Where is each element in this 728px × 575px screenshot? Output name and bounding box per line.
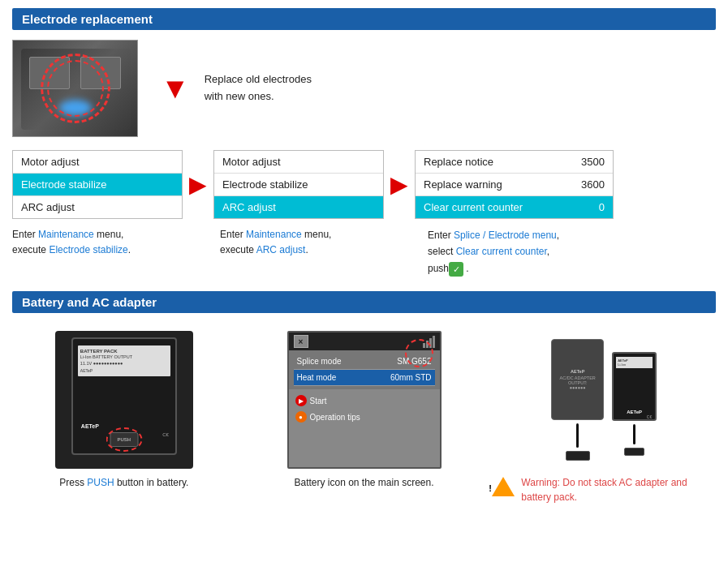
start-label: Start	[310, 397, 327, 406]
operation-label: Operation tips	[310, 413, 360, 422]
step1-menu: Motor adjust Electrode stabilize ARC adj…	[12, 150, 183, 219]
splice-mode-label: Splice mode	[297, 357, 342, 366]
step1-menu-item-3[interactable]: ARC adjust	[13, 196, 182, 218]
electrode-image	[12, 40, 138, 137]
step2-menu: Motor adjust Electrode stabilize ARC adj…	[213, 150, 384, 219]
replace-text: Replace old electrodes with new ones.	[205, 71, 312, 105]
arrow-down-icon: ▼	[161, 71, 190, 105]
step2-menu-item-3[interactable]: ARC adjust	[214, 196, 383, 218]
warning-triangle-icon	[492, 477, 515, 496]
checkmark-icon: ✓	[449, 262, 463, 277]
clear-counter-label: Clear current counter	[424, 201, 523, 213]
step-captions: Enter Maintenance menu,execute Electrode…	[12, 227, 716, 277]
battery-icon-circle	[405, 339, 433, 367]
step1-menu-item-2[interactable]: Electrode stabilize	[13, 174, 182, 196]
replace-warning-value: 3600	[581, 178, 605, 191]
step3-menu: Replace notice 3500 Replace warning 3600…	[415, 150, 614, 219]
start-btn-icon: ▶	[295, 395, 307, 406]
screen-caption: Battery icon on the main screen.	[294, 475, 433, 490]
screen-wrapper: ×	[287, 331, 442, 469]
operation-btn-icon: ●	[295, 411, 307, 423]
electrode-img-inner	[13, 41, 137, 136]
battery-header: Battery and AC adapter	[12, 291, 716, 313]
replace-notice-value: 3500	[581, 156, 605, 168]
menu-steps: Motor adjust Electrode stabilize ARC adj…	[12, 150, 716, 219]
heat-mode-label: Heat mode	[297, 373, 337, 382]
screen-buttons: ▶ Start ● Operation tips	[289, 389, 440, 428]
step-arrow-2-icon: ▶	[390, 171, 408, 198]
replace-notice-label: Replace notice	[424, 156, 493, 168]
screen-close-button[interactable]: ×	[294, 335, 308, 348]
step3-caption: Enter Splice / Electrode menu,select Cle…	[428, 227, 627, 277]
heat-mode-row: Heat mode 60mm STD	[294, 370, 435, 386]
electrode-top: ▼ Replace old electrodes with new ones.	[12, 40, 716, 137]
step3-link2: Clear current counter	[456, 246, 547, 257]
page-container: Electrode replacement ▼ Replace old elec…	[0, 0, 728, 513]
battery-section: Battery and AC adapter BATTERY PACK Li-I…	[12, 291, 716, 504]
operation-btn[interactable]: ● Operation tips	[292, 409, 437, 425]
clear-counter-row[interactable]: Clear current counter 0	[416, 196, 613, 218]
replace-warning-label: Replace warning	[424, 178, 502, 191]
electrode-header: Electrode replacement	[12, 8, 716, 30]
step2-caption: Enter Maintenance menu,execute ARC adjus…	[220, 227, 390, 258]
push-link: PUSH	[87, 477, 114, 488]
start-btn[interactable]: ▶ Start	[292, 393, 437, 409]
step2-link2: ARC adjust	[256, 244, 306, 255]
warning-text: Warning: Do not stack AC adapter and bat…	[521, 475, 716, 504]
step2-link1: Maintenance	[246, 229, 302, 240]
step3-link1: Splice / Electrode menu	[454, 230, 557, 241]
step1-link1: Maintenance	[38, 229, 94, 240]
adapter-image: AETeP AC/DC ADAPTER OUTPUT: ●●●●●●	[523, 331, 685, 469]
battery-col-1: BATTERY PACK Li-Ion BATTERY OUTPUT 11.1V…	[12, 331, 236, 490]
clear-counter-value: 0	[599, 201, 605, 213]
step1-menu-item-1[interactable]: Motor adjust	[13, 151, 182, 174]
step1-caption: Enter Maintenance menu,execute Electrode…	[12, 227, 183, 258]
battery-col-3: AETeP AC/DC ADAPTER OUTPUT: ●●●●●●	[492, 331, 716, 504]
battery-content: BATTERY PACK Li-Ion BATTERY OUTPUT 11.1V…	[12, 331, 716, 504]
electrode-section: Electrode replacement ▼ Replace old elec…	[12, 8, 716, 277]
blue-glow	[59, 100, 92, 116]
charger-block: AETeP AC/DC ADAPTER OUTPUT: ●●●●●●	[551, 339, 604, 420]
warning-box: ! Warning: Do not stack AC adapter and b…	[492, 475, 716, 504]
step1-link2: Electrode stabilize	[49, 244, 127, 255]
heat-mode-value: 60mm STD	[390, 373, 432, 382]
step2-menu-item-2[interactable]: Electrode stabilize	[214, 174, 383, 196]
replace-notice-row[interactable]: Replace notice 3500	[416, 151, 613, 174]
battery-image: BATTERY PACK Li-Ion BATTERY OUTPUT 11.1V…	[55, 331, 193, 469]
replace-warning-row[interactable]: Replace warning 3600	[416, 174, 613, 196]
step2-menu-item-1[interactable]: Motor adjust	[214, 151, 383, 174]
battery-col-2: ×	[252, 331, 476, 490]
battery-caption: Press PUSH button in battery.	[59, 475, 188, 490]
step-arrow-1-icon: ▶	[189, 171, 207, 198]
